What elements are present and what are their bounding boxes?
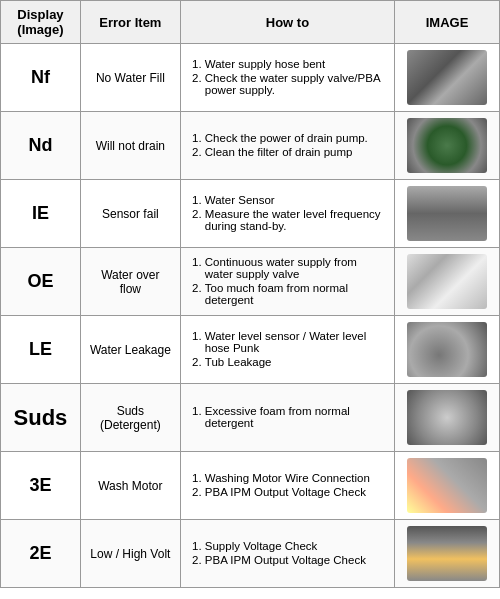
howto-list: Water SensorMeasure the water level freq… [189, 194, 386, 232]
howto-item: Washing Motor Wire Connection [205, 472, 386, 484]
header-display: Display(Image) [1, 1, 81, 44]
header-howto: How to [180, 1, 394, 44]
table-row: 3EWash MotorWashing Motor Wire Connectio… [1, 452, 500, 520]
error-code: LE [29, 339, 52, 359]
error-image [407, 254, 487, 309]
error-code: IE [32, 203, 49, 223]
display-code-cell: LE [1, 316, 81, 384]
howto-cell: Water level sensor / Water level hose Pu… [180, 316, 394, 384]
error-item-cell: Water over flow [80, 248, 180, 316]
howto-item: Water supply hose bent [205, 58, 386, 70]
howto-list: Check the power of drain pump.Clean the … [189, 132, 386, 158]
table-row: OEWater over flowContinuous water supply… [1, 248, 500, 316]
howto-cell: Check the power of drain pump.Clean the … [180, 112, 394, 180]
error-code: 2E [29, 543, 51, 563]
howto-cell: Washing Motor Wire ConnectionPBA IPM Out… [180, 452, 394, 520]
error-code: 3E [29, 475, 51, 495]
error-image [407, 458, 487, 513]
display-code-cell: Nf [1, 44, 81, 112]
howto-list: Water level sensor / Water level hose Pu… [189, 330, 386, 368]
display-code-cell: OE [1, 248, 81, 316]
howto-cell: Continuous water supply from water suppl… [180, 248, 394, 316]
howto-item: Check the water supply valve/PBA power s… [205, 72, 386, 96]
error-image [407, 526, 487, 581]
error-item-cell: Will not drain [80, 112, 180, 180]
error-item-cell: No Water Fill [80, 44, 180, 112]
image-cell [395, 248, 500, 316]
howto-list: Continuous water supply from water suppl… [189, 256, 386, 306]
image-cell [395, 316, 500, 384]
error-item-cell: Suds (Detergent) [80, 384, 180, 452]
howto-item: Clean the filter of drain pump [205, 146, 386, 158]
howto-list: Excessive foam from normal detergent [189, 405, 386, 429]
error-image [407, 50, 487, 105]
error-code: Nd [28, 135, 52, 155]
howto-list: Washing Motor Wire ConnectionPBA IPM Out… [189, 472, 386, 498]
error-image [407, 390, 487, 445]
howto-item: Tub Leakage [205, 356, 386, 368]
howto-item: Water level sensor / Water level hose Pu… [205, 330, 386, 354]
error-image [407, 186, 487, 241]
howto-list: Supply Voltage CheckPBA IPM Output Volta… [189, 540, 386, 566]
display-code-cell: IE [1, 180, 81, 248]
image-cell [395, 180, 500, 248]
error-codes-table: Display(Image) Error Item How to IMAGE N… [0, 0, 500, 588]
error-item-cell: Sensor fail [80, 180, 180, 248]
error-code: OE [27, 271, 53, 291]
error-image [407, 322, 487, 377]
display-code-cell: Suds [1, 384, 81, 452]
howto-item: Supply Voltage Check [205, 540, 386, 552]
header-error: Error Item [80, 1, 180, 44]
display-code-cell: Nd [1, 112, 81, 180]
image-cell [395, 520, 500, 588]
howto-item: Measure the water level frequency during… [205, 208, 386, 232]
table-row: LEWater LeakageWater level sensor / Wate… [1, 316, 500, 384]
image-cell [395, 44, 500, 112]
image-cell [395, 384, 500, 452]
image-cell [395, 112, 500, 180]
howto-item: Continuous water supply from water suppl… [205, 256, 386, 280]
howto-cell: Excessive foam from normal detergent [180, 384, 394, 452]
error-image [407, 118, 487, 173]
error-item-cell: Low / High Volt [80, 520, 180, 588]
howto-item: PBA IPM Output Voltage Check [205, 486, 386, 498]
header-image: IMAGE [395, 1, 500, 44]
table-row: IESensor failWater SensorMeasure the wat… [1, 180, 500, 248]
howto-cell: Supply Voltage CheckPBA IPM Output Volta… [180, 520, 394, 588]
error-item-cell: Wash Motor [80, 452, 180, 520]
display-code-cell: 3E [1, 452, 81, 520]
error-code: Suds [14, 405, 68, 430]
table-row: SudsSuds (Detergent)Excessive foam from … [1, 384, 500, 452]
howto-cell: Water supply hose bentCheck the water su… [180, 44, 394, 112]
error-item-cell: Water Leakage [80, 316, 180, 384]
howto-item: Excessive foam from normal detergent [205, 405, 386, 429]
display-code-cell: 2E [1, 520, 81, 588]
howto-cell: Water SensorMeasure the water level freq… [180, 180, 394, 248]
howto-item: Too much foam from normal detergent [205, 282, 386, 306]
howto-item: PBA IPM Output Voltage Check [205, 554, 386, 566]
howto-list: Water supply hose bentCheck the water su… [189, 58, 386, 96]
table-row: 2ELow / High VoltSupply Voltage CheckPBA… [1, 520, 500, 588]
howto-item: Check the power of drain pump. [205, 132, 386, 144]
error-code: Nf [31, 67, 50, 87]
image-cell [395, 452, 500, 520]
table-row: NfNo Water FillWater supply hose bentChe… [1, 44, 500, 112]
table-row: NdWill not drainCheck the power of drain… [1, 112, 500, 180]
howto-item: Water Sensor [205, 194, 386, 206]
